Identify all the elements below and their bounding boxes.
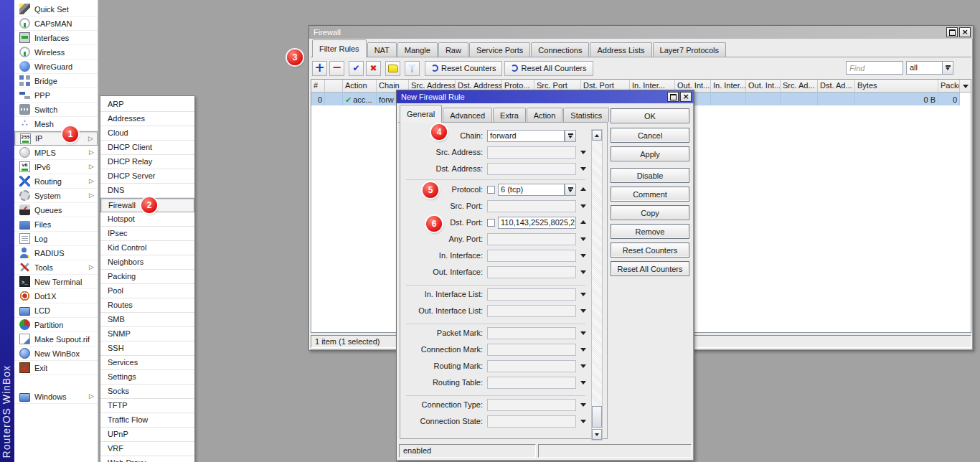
disable-button[interactable]: Disable — [611, 168, 689, 183]
in-interface-input[interactable] — [487, 250, 576, 262]
tab-nat[interactable]: NAT — [367, 42, 397, 57]
reset-counters-button[interactable]: Reset Counters — [611, 242, 689, 258]
cancel-button[interactable]: Cancel — [611, 128, 689, 143]
submenu-item-routes[interactable]: Routes — [100, 298, 194, 313]
remove-button[interactable]: Remove — [611, 224, 689, 239]
src-address-input[interactable] — [487, 146, 576, 159]
routing-mark-input[interactable] — [487, 360, 576, 372]
dialog-scrollbar[interactable] — [591, 129, 603, 440]
sidebar-item-mesh[interactable]: Mesh — [14, 117, 98, 131]
scroll-down-button[interactable] — [592, 429, 602, 440]
find-input[interactable] — [846, 61, 903, 75]
collapse-up-icon[interactable] — [578, 184, 589, 194]
close-button[interactable] — [680, 92, 692, 102]
tab-filter-rules[interactable]: Filter Rules — [312, 39, 367, 57]
submenu-item-kid-control[interactable]: Kid Control — [100, 241, 194, 255]
expand-down-icon[interactable] — [578, 344, 589, 354]
sidebar-item-capsman[interactable]: CAPsMAN — [14, 16, 98, 31]
submenu-item-tftp[interactable]: TFTP — [100, 399, 194, 413]
submenu-item-dns[interactable]: DNS — [100, 184, 194, 198]
maximize-button[interactable] — [667, 92, 679, 102]
apply-button[interactable]: Apply — [611, 146, 689, 161]
sidebar-item-exit[interactable]: Exit — [14, 361, 98, 375]
collapse-up-icon[interactable] — [578, 217, 589, 227]
reset-all-counters-button[interactable]: Reset All Counters — [611, 261, 689, 276]
sidebar-item-wireguard[interactable]: WireGuard — [14, 60, 98, 74]
tab-service-ports[interactable]: Service Ports — [469, 42, 530, 57]
expand-down-icon[interactable] — [578, 416, 589, 426]
col-in-interface-list[interactable]: In. Inter... — [711, 80, 746, 93]
sidebar-item-new-terminal[interactable]: New Terminal — [14, 275, 98, 289]
connection-mark-input[interactable] — [487, 344, 576, 356]
close-button[interactable] — [959, 27, 971, 37]
expand-down-icon[interactable] — [578, 250, 589, 260]
submenu-item-services[interactable]: Services — [100, 356, 194, 370]
expand-down-icon[interactable] — [578, 147, 589, 157]
connection-type-input[interactable] — [487, 399, 576, 411]
sidebar-item-windows[interactable]: Windows — [14, 390, 98, 404]
reset-all-counters-button[interactable]: Reset All Counters — [504, 61, 593, 76]
submenu-item-pool[interactable]: Pool — [100, 284, 194, 298]
packet-mark-input[interactable] — [487, 327, 576, 339]
protocol-negate-checkbox[interactable] — [487, 186, 495, 194]
sidebar-item-files[interactable]: Files — [14, 217, 98, 232]
col-out-interface-list[interactable]: Out. Int... — [746, 80, 781, 93]
dst-address-input[interactable] — [487, 163, 576, 175]
sidebar-item-make-supout[interactable]: Make Supout.rif — [14, 332, 98, 346]
col-number[interactable]: # — [311, 80, 325, 93]
routing-table-input[interactable] — [487, 377, 576, 389]
expand-down-icon[interactable] — [578, 377, 589, 387]
ok-button[interactable]: OK — [611, 108, 689, 123]
expand-down-icon[interactable] — [578, 306, 589, 316]
sidebar-item-partition[interactable]: Partition — [14, 318, 98, 332]
col-action[interactable]: Action — [343, 80, 377, 93]
tab-connections[interactable]: Connections — [531, 42, 589, 57]
submenu-item-web-proxy[interactable]: Web Proxy — [100, 456, 194, 462]
sidebar-item-tools[interactable]: Tools — [14, 260, 98, 275]
submenu-item-smb[interactable]: SMB — [100, 313, 194, 327]
sidebar-item-interfaces[interactable]: Interfaces — [14, 31, 98, 45]
disable-rule-button[interactable] — [366, 61, 381, 76]
out-interface-input[interactable] — [487, 266, 576, 278]
expand-down-icon[interactable] — [578, 400, 589, 410]
sidebar-item-ip[interactable]: IP — [14, 131, 98, 146]
reset-counters-button[interactable]: Reset Counters — [425, 61, 502, 76]
in-interface-list-input[interactable] — [487, 288, 576, 301]
out-interface-list-input[interactable] — [487, 305, 576, 317]
sidebar-item-queues[interactable]: Queues — [14, 203, 98, 217]
sidebar-item-switch[interactable]: Switch — [14, 103, 98, 117]
sidebar-item-log[interactable]: Log — [14, 232, 98, 246]
chain-combo[interactable]: forward — [487, 130, 565, 142]
submenu-item-dhcp-client[interactable]: DHCP Client — [100, 141, 194, 155]
protocol-combo[interactable]: 6 (tcp) — [498, 184, 565, 196]
expand-down-icon[interactable] — [578, 361, 589, 371]
submenu-item-cloud[interactable]: Cloud — [100, 126, 194, 141]
enable-rule-button[interactable] — [349, 61, 364, 76]
dropdown-button[interactable] — [565, 184, 576, 196]
tab-general[interactable]: General — [400, 105, 442, 122]
connection-state-input[interactable] — [487, 415, 576, 428]
sidebar-item-bridge[interactable]: Bridge — [14, 74, 98, 88]
submenu-item-upnp[interactable]: UPnP — [100, 428, 194, 442]
expand-down-icon[interactable] — [578, 164, 589, 174]
submenu-item-ssh[interactable]: SSH — [100, 341, 194, 356]
submenu-item-ipsec[interactable]: IPsec — [100, 227, 194, 241]
add-rule-button[interactable] — [312, 61, 327, 76]
sidebar-item-system[interactable]: System — [14, 189, 98, 203]
comment-button[interactable] — [385, 61, 400, 76]
src-port-input[interactable] — [487, 200, 576, 212]
filter-button[interactable] — [405, 61, 420, 76]
dst-port-input[interactable]: 110,143,2525,8025,2 — [498, 217, 576, 229]
submenu-item-traffic-flow[interactable]: Traffic Flow — [100, 413, 194, 428]
comment-button[interactable]: Comment — [611, 187, 689, 202]
col-flags[interactable] — [325, 80, 343, 93]
sidebar-item-routing[interactable]: Routing — [14, 174, 98, 189]
maximize-button[interactable] — [946, 27, 958, 37]
sidebar-item-quick-set[interactable]: Quick Set — [14, 2, 98, 16]
sidebar-item-lcd[interactable]: LCD — [14, 303, 98, 318]
copy-button[interactable]: Copy — [611, 205, 689, 220]
tab-action[interactable]: Action — [527, 108, 563, 122]
submenu-item-hotspot[interactable]: Hotspot — [100, 212, 194, 227]
sidebar-item-new-winbox[interactable]: New WinBox — [14, 346, 98, 361]
tab-extra[interactable]: Extra — [493, 108, 526, 122]
